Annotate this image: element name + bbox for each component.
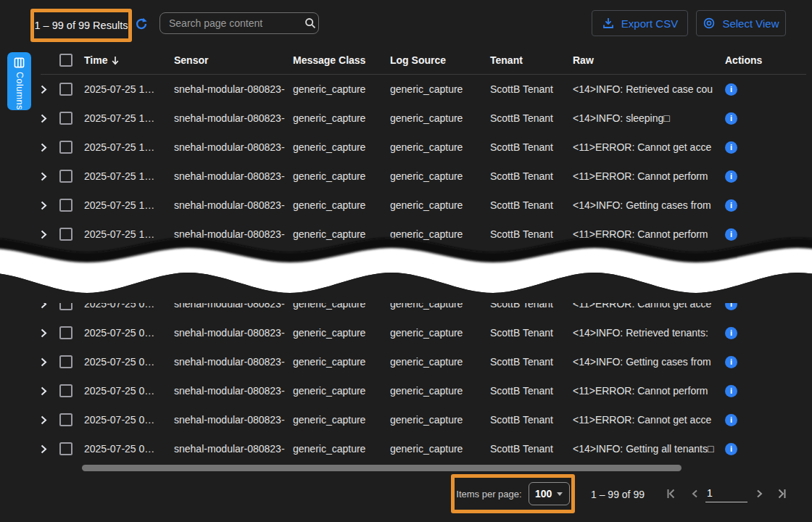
annotation-box-results: 1 – 99 of 99 Results: [30, 9, 132, 42]
cell-message-class: generic_capture: [293, 228, 390, 240]
expand-row-button[interactable]: [41, 230, 59, 239]
table-body-top: 2025-07-25 1… snehal-modular-080823- gen…: [41, 75, 806, 278]
column-header-sensor[interactable]: Sensor: [174, 54, 293, 66]
info-icon[interactable]: i: [725, 112, 737, 125]
expand-row-button[interactable]: [41, 444, 59, 454]
page-number-input[interactable]: [705, 486, 747, 502]
cell-log-source: generic_capture: [390, 298, 490, 310]
table-row: 2025-07-25 0… snehal-modular-080823- gen…: [41, 376, 806, 405]
cell-raw: <11>ERROR: Cannot get acce: [573, 414, 725, 426]
expand-row-button[interactable]: [41, 201, 59, 210]
row-checkbox[interactable]: [59, 199, 72, 212]
column-header-raw[interactable]: Raw: [573, 54, 725, 66]
info-icon[interactable]: i: [725, 327, 737, 339]
search-input[interactable]: [160, 17, 304, 29]
expand-row-button[interactable]: [41, 85, 59, 94]
cell-time: 2025-07-25 0…: [84, 257, 174, 269]
row-actions: i: [725, 385, 806, 397]
row-checkbox[interactable]: [59, 83, 72, 96]
cell-raw: <11>ERROR: Cannot perform: [573, 170, 725, 182]
cell-log-source: generic_capture: [390, 385, 490, 397]
chevron-right-icon: [41, 259, 47, 268]
expand-row-button[interactable]: [41, 114, 59, 123]
column-header-tenant[interactable]: Tenant: [490, 54, 573, 66]
chevron-right-icon: [41, 230, 47, 239]
cell-tenant: ScottB Tenant: [490, 327, 573, 339]
expand-row-button[interactable]: [41, 386, 59, 396]
cell-raw: <11>ERROR: Cannot get acce: [573, 141, 725, 153]
pagination-bar: Items per page: 100 1 – 99 of 99: [0, 471, 812, 519]
export-csv-button[interactable]: Export CSV: [592, 10, 688, 36]
cell-message-class: generic_capture: [293, 141, 390, 153]
cell-time: 2025-07-25 0…: [84, 356, 174, 368]
row-checkbox[interactable]: [59, 384, 72, 397]
cell-log-source: generic_capture: [390, 83, 490, 95]
cell-message-class: generic_capture: [293, 257, 390, 269]
cell-tenant: ScottB Tenant: [490, 257, 573, 269]
row-checkbox[interactable]: [59, 326, 72, 339]
row-checkbox[interactable]: [59, 141, 72, 154]
row-checkbox[interactable]: [59, 355, 72, 368]
cell-tenant: ScottB Tenant: [490, 385, 573, 397]
last-page-button[interactable]: [774, 487, 787, 500]
expand-row-button[interactable]: [41, 143, 59, 152]
row-actions: i: [725, 443, 806, 455]
select-all-checkbox[interactable]: [59, 54, 72, 67]
select-view-button[interactable]: Select View: [696, 10, 786, 36]
row-checkbox[interactable]: [59, 170, 72, 183]
cell-raw: <14>INFO: Getting cases from: [573, 356, 725, 368]
expand-row-button[interactable]: [41, 172, 59, 181]
row-checkbox[interactable]: [59, 112, 72, 125]
cell-tenant: ScottB Tenant: [490, 141, 573, 153]
expand-row-button[interactable]: [41, 259, 59, 268]
row-checkbox[interactable]: [59, 297, 72, 310]
cell-sensor: snehal-modular-080823-: [174, 199, 293, 211]
info-icon[interactable]: i: [725, 170, 737, 183]
first-page-button[interactable]: [666, 487, 679, 500]
cell-log-source: generic_capture: [390, 199, 490, 211]
expand-row-button[interactable]: [41, 299, 59, 309]
horizontal-scrollbar-thumb[interactable]: [82, 465, 682, 471]
eye-icon: [703, 17, 716, 30]
row-checkbox[interactable]: [59, 257, 72, 270]
refresh-icon[interactable]: [135, 17, 148, 30]
cell-message-class: generic_capture: [293, 170, 390, 182]
search-input-wrap: [160, 12, 319, 34]
info-icon[interactable]: i: [725, 141, 737, 154]
columns-panel-tab[interactable]: Columns: [7, 52, 31, 110]
row-checkbox[interactable]: [59, 228, 72, 241]
info-icon[interactable]: i: [725, 83, 737, 96]
column-header-log-source[interactable]: Log Source: [390, 54, 490, 66]
results-count-label: 1 – 99 of 99 Results: [35, 20, 128, 31]
info-icon[interactable]: i: [725, 228, 737, 241]
cell-tenant: ScottB Tenant: [490, 199, 573, 211]
cell-tenant: ScottB Tenant: [490, 298, 573, 310]
info-icon[interactable]: i: [725, 298, 737, 310]
column-header-message-class[interactable]: Message Class: [293, 54, 390, 66]
previous-page-button[interactable]: [689, 487, 702, 500]
info-icon[interactable]: i: [725, 199, 737, 212]
chevron-right-icon: [41, 415, 47, 425]
expand-row-button[interactable]: [41, 415, 59, 425]
cell-log-source: generic_capture: [390, 356, 490, 368]
row-checkbox[interactable]: [59, 442, 72, 455]
cell-raw: <14>INFO: Retrieved tenants:: [573, 327, 725, 339]
cell-message-class: generic_capture: [293, 298, 390, 310]
cell-time: 2025-07-25 1…: [84, 170, 174, 182]
info-icon[interactable]: i: [725, 356, 737, 368]
row-actions: i: [725, 112, 806, 125]
info-icon[interactable]: i: [725, 414, 737, 426]
info-icon[interactable]: i: [725, 385, 737, 397]
expand-row-button[interactable]: [41, 357, 59, 367]
cell-time: 2025-07-25 0…: [84, 327, 174, 339]
column-header-time[interactable]: Time: [84, 54, 174, 66]
next-page-button[interactable]: [753, 487, 766, 500]
row-checkbox[interactable]: [59, 413, 72, 426]
expand-row-button[interactable]: [41, 328, 59, 338]
cell-time: 2025-07-25 1…: [84, 83, 174, 95]
info-icon[interactable]: i: [725, 257, 737, 270]
items-per-page-label: Items per page:: [456, 489, 521, 500]
info-icon[interactable]: i: [725, 443, 737, 455]
row-actions: i: [725, 83, 806, 96]
items-per-page-select[interactable]: 100: [529, 482, 570, 505]
